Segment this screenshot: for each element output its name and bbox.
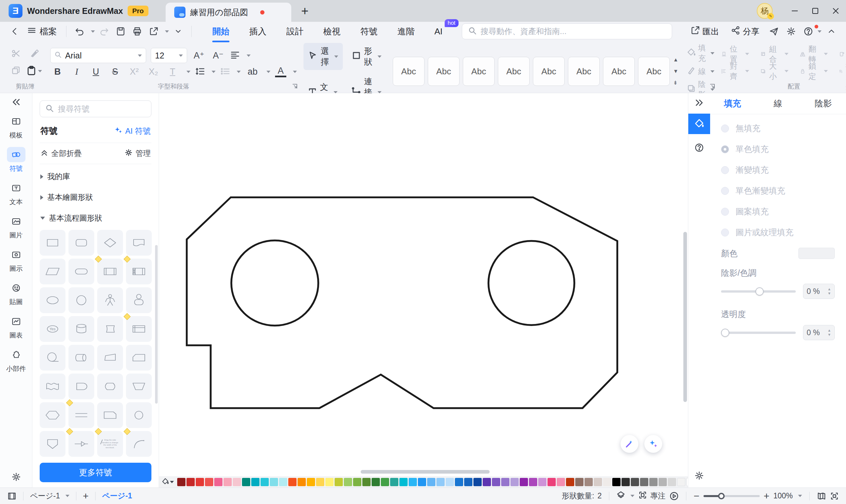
help-button[interactable]	[801, 24, 822, 39]
style-swatch-5[interactable]: Abc	[533, 57, 565, 86]
fill-panel-tab-icon[interactable]	[688, 114, 710, 134]
symbol-small-circle[interactable]	[126, 402, 152, 428]
fill-option-6[interactable]: 圖片或紋理填充	[721, 227, 835, 238]
menu-tab-2[interactable]: 插入	[241, 23, 275, 40]
print-button[interactable]	[130, 24, 144, 39]
undo-caret[interactable]	[91, 30, 95, 33]
menu-tab-6[interactable]: 進階	[389, 23, 423, 40]
left-rail-settings-button[interactable]	[12, 472, 21, 483]
symbol-circle[interactable]	[68, 287, 94, 313]
line-spacing-button[interactable]	[195, 67, 205, 77]
color-swatch[interactable]	[511, 478, 519, 486]
bold-button[interactable]: B	[50, 67, 65, 77]
format-tab-2[interactable]: 線	[755, 98, 800, 109]
symbol-yes-ellipse[interactable]: Yes	[40, 316, 66, 342]
color-swatch[interactable]	[297, 478, 306, 486]
color-swatch[interactable]	[473, 478, 482, 486]
symbols-panel-scrollbar[interactable]	[155, 245, 158, 403]
sidebar-item-template[interactable]: 模板	[7, 114, 25, 140]
collapse-right-panel-button[interactable]	[694, 98, 704, 108]
text-style-button[interactable]: T	[165, 67, 180, 77]
symbol-section-2[interactable]: 基本繪圖形狀	[40, 187, 151, 208]
color-swatch[interactable]	[344, 478, 352, 486]
symbol-wave[interactable]	[40, 374, 66, 399]
send-button[interactable]	[767, 24, 781, 39]
color-swatch[interactable]	[325, 478, 333, 486]
more-symbols-button[interactable]: 更多符號	[40, 463, 151, 482]
fill-option-5[interactable]: 圖案填充	[721, 206, 835, 217]
transparency-spinner[interactable]: 0 % ▲▼	[803, 325, 835, 340]
format-tab-1[interactable]: 填充	[710, 98, 755, 109]
shape-tool[interactable]: 形狀	[347, 43, 386, 70]
symbol-double-lines[interactable]	[68, 402, 94, 428]
color-swatch[interactable]	[649, 478, 658, 486]
sidebar-item-illustration[interactable]: 圖示	[7, 247, 25, 273]
export-button[interactable]: 匯出	[686, 26, 724, 37]
symbol-user[interactable]	[126, 287, 152, 313]
align-text-button[interactable]	[230, 51, 240, 60]
shade-down[interactable]: ▼	[828, 292, 831, 295]
style-swatch-1[interactable]: Abc	[393, 57, 425, 86]
page-layout-button[interactable]	[7, 492, 17, 500]
manage-button[interactable]: 管理	[125, 148, 151, 159]
collapse-all-button[interactable]: 全部折疊	[40, 148, 82, 159]
font-group-expander[interactable]	[292, 83, 298, 91]
ai-symbols-button[interactable]: AI 符號	[114, 126, 151, 137]
symbol-rounded-rectangle[interactable]	[68, 230, 94, 256]
symbol-person[interactable]	[97, 287, 123, 313]
select-tool[interactable]: 選擇	[304, 43, 343, 70]
global-search[interactable]	[462, 23, 672, 39]
color-swatch[interactable]	[446, 478, 454, 486]
color-swatch[interactable]	[557, 478, 565, 486]
focus-mode-button[interactable]: 專注	[638, 491, 666, 501]
minimize-button[interactable]	[784, 0, 805, 22]
shade-spinner[interactable]: 0 % ▲▼	[803, 284, 835, 299]
presentation-button[interactable]	[670, 491, 679, 501]
decrease-font-button[interactable]: A⁻	[211, 50, 225, 61]
canvas[interactable]	[159, 93, 688, 487]
style-swatch-6[interactable]: Abc	[568, 57, 600, 86]
zoom-in-button[interactable]: +	[764, 490, 770, 502]
zoom-level[interactable]: 100%	[773, 491, 802, 500]
color-swatch[interactable]	[334, 478, 343, 486]
color-swatch[interactable]	[585, 478, 593, 486]
symbol-predefined-process[interactable]	[97, 258, 123, 284]
color-swatch[interactable]	[233, 478, 241, 486]
symbol-diamond[interactable]	[97, 230, 123, 256]
close-button[interactable]	[826, 0, 846, 22]
color-swatch[interactable]	[612, 478, 621, 486]
symbol-clipped-rect[interactable]	[97, 402, 123, 428]
color-swatch[interactable]	[520, 478, 528, 486]
underline-button[interactable]: U	[89, 67, 103, 77]
color-swatch[interactable]	[464, 478, 472, 486]
sidebar-item-text[interactable]: 文本	[7, 180, 25, 206]
settings-button[interactable]	[784, 24, 798, 39]
symbol-terminator[interactable]	[68, 258, 94, 284]
font-color-button[interactable]: A	[275, 66, 286, 77]
transparency-down[interactable]: ▼	[828, 333, 831, 337]
color-swatch[interactable]	[659, 478, 667, 486]
style-up-button[interactable]: ▲	[673, 57, 678, 63]
color-swatch[interactable]	[251, 478, 260, 486]
transparency-up[interactable]: ▲	[828, 329, 831, 332]
color-swatch[interactable]	[242, 478, 250, 486]
color-swatch[interactable]	[399, 478, 408, 486]
menu-tab-3[interactable]: 設計	[278, 23, 312, 40]
color-swatch[interactable]	[353, 478, 361, 486]
paste-caret[interactable]	[38, 70, 42, 72]
export-caret[interactable]	[165, 30, 169, 33]
strikethrough-button[interactable]: S	[108, 67, 122, 77]
color-swatch[interactable]	[177, 478, 186, 486]
color-swatch[interactable]	[492, 478, 500, 486]
sidebar-item-chart[interactable]: 圖表	[7, 314, 25, 340]
color-swatch[interactable]	[501, 478, 510, 486]
color-swatch[interactable]	[205, 478, 213, 486]
copy-button[interactable]	[11, 66, 20, 77]
symbol-pentagon-down[interactable]	[40, 431, 66, 457]
page-tab[interactable]: ページ-1	[102, 491, 132, 501]
paste-button[interactable]	[27, 66, 36, 77]
color-swatch[interactable]	[436, 478, 445, 486]
zoom-out-button[interactable]: −	[694, 490, 700, 502]
symbol-arc[interactable]	[126, 431, 152, 457]
new-tab-button[interactable]: +	[291, 0, 318, 22]
